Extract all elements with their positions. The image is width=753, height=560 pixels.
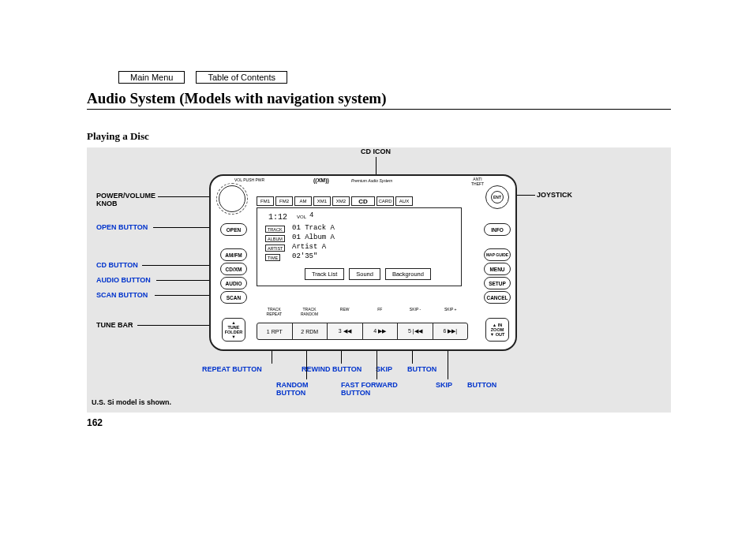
album-label: ALBUM: [265, 235, 285, 242]
callout-random-button: RANDOM BUTTON: [276, 381, 309, 397]
artist-label: ARTIST: [265, 245, 285, 252]
audio-button[interactable]: AUDIO: [220, 277, 247, 289]
callout-cd-button: CD BUTTON: [96, 261, 138, 269]
preset-1-rpt[interactable]: 1 RPT: [257, 323, 293, 339]
vol-label: VOL: [297, 215, 306, 219]
section-heading: Playing a Disc: [87, 130, 671, 143]
premium-audio-label: Premium Audio System: [351, 178, 392, 183]
callout-fast-forward: FAST FORWARD BUTTON: [341, 381, 398, 397]
vol-pwr-label: VOL PUSH PWR: [234, 177, 264, 182]
tab-aux[interactable]: AUX: [395, 196, 413, 206]
callout-skip-plus-button: BUTTON: [467, 381, 496, 389]
preset-2-rdm[interactable]: 2 RDM: [293, 323, 328, 339]
zoom-bar[interactable]: ▲ IN ZOOM ▼ OUT: [485, 318, 509, 342]
tune-bar[interactable]: ▲ TUNE FOLDER ▼: [222, 318, 245, 342]
source-tabs: FM1 FM2 AM XM1 XM2 CD CARD AUX: [257, 196, 413, 206]
toc-button[interactable]: Table of Contents: [196, 71, 287, 84]
open-button[interactable]: OPEN: [220, 223, 247, 236]
power-volume-knob[interactable]: [219, 185, 245, 212]
xm-logo: ((XM)): [313, 177, 329, 183]
preset-3-rew[interactable]: 3 ◀◀: [328, 323, 363, 339]
menu-button[interactable]: MENU: [484, 263, 511, 275]
map-button[interactable]: MAP GUIDE: [484, 248, 511, 261]
diagram-panel: CD ICON POWER/VOLUME KNOB OPEN BUTTON CD…: [87, 147, 671, 413]
album-value: 01 Album A: [292, 233, 335, 241]
vol-value: 4: [309, 211, 313, 219]
soft-background[interactable]: Background: [385, 268, 431, 280]
callout-tune-bar: TUNE BAR: [96, 321, 133, 329]
callout-skip-plus-skip: SKIP: [436, 381, 452, 389]
callout-skip-minus-skip: SKIP: [376, 365, 392, 373]
tab-fm1[interactable]: FM1: [257, 196, 274, 206]
tab-card[interactable]: CARD: [376, 196, 394, 206]
preset-4-ff[interactable]: 4 ▶▶: [363, 323, 399, 339]
preset-labels: TRACK REPEAT TRACK RANDOM REW FF SKIP - …: [257, 307, 468, 316]
callout-scan-button: SCAN BUTTON: [96, 291, 148, 299]
display-screen: 1:12 VOL 4 TRACK 01 Track A ALBUM 01 Alb…: [257, 207, 462, 286]
cdxm-button[interactable]: CD/XM: [220, 263, 247, 275]
track-label: TRACK: [265, 226, 285, 233]
time-label: TIME: [265, 254, 280, 261]
tab-xm2[interactable]: XM2: [332, 196, 350, 206]
head-unit: VOL PUSH PWR ((XM)) Premium Audio System…: [209, 174, 517, 351]
tab-fm2[interactable]: FM2: [275, 196, 293, 206]
cancel-button[interactable]: CANCEL: [484, 291, 511, 304]
clock-time: 1:12: [268, 213, 287, 222]
callout-open-button: OPEN BUTTON: [96, 223, 148, 231]
callout-power-volume: POWER/VOLUME KNOB: [96, 192, 155, 207]
main-menu-button[interactable]: Main Menu: [118, 71, 185, 84]
callout-joystick: JOYSTICK: [537, 191, 572, 199]
page-title: Audio System (Models with navigation sys…: [87, 90, 671, 110]
page-number: 162: [87, 417, 671, 428]
anti-theft-label: ANTI THEFT: [471, 177, 484, 186]
callout-skip-minus-button: BUTTON: [407, 365, 436, 373]
setup-button[interactable]: SETUP: [484, 277, 511, 289]
preset-6-skip-fwd[interactable]: 6 ▶▶|: [433, 323, 468, 339]
tune-down-icon: ▼: [231, 334, 235, 339]
amfm-button[interactable]: AM/FM: [220, 248, 247, 261]
ent-button[interactable]: ENT: [491, 191, 504, 203]
tab-xm1[interactable]: XM1: [313, 196, 331, 206]
info-button[interactable]: INFO: [484, 223, 511, 236]
tab-cd[interactable]: CD: [351, 196, 375, 206]
soft-track-list[interactable]: Track List: [305, 268, 344, 280]
zoom-out-icon: ▼ OUT: [490, 332, 505, 337]
preset-strip: 1 RPT 2 RDM 3 ◀◀ 4 ▶▶ 5 |◀◀ 6 ▶▶|: [257, 323, 468, 340]
preset-5-skip-back[interactable]: 5 |◀◀: [398, 323, 433, 339]
artist-value: Artist A: [292, 243, 326, 251]
track-value: 01 Track A: [292, 224, 335, 232]
tab-am[interactable]: AM: [294, 196, 312, 206]
footnote: U.S. Si model is shown.: [92, 398, 171, 406]
callout-repeat-button: REPEAT BUTTON: [202, 365, 262, 373]
callout-rewind-button: REWIND BUTTON: [302, 365, 362, 373]
scan-button[interactable]: SCAN: [220, 291, 247, 304]
callout-cd-icon: CD ICON: [361, 147, 391, 155]
callout-audio-button: AUDIO BUTTON: [96, 276, 151, 284]
soft-sound[interactable]: Sound: [349, 268, 380, 280]
time-value: 02'35": [292, 252, 317, 260]
